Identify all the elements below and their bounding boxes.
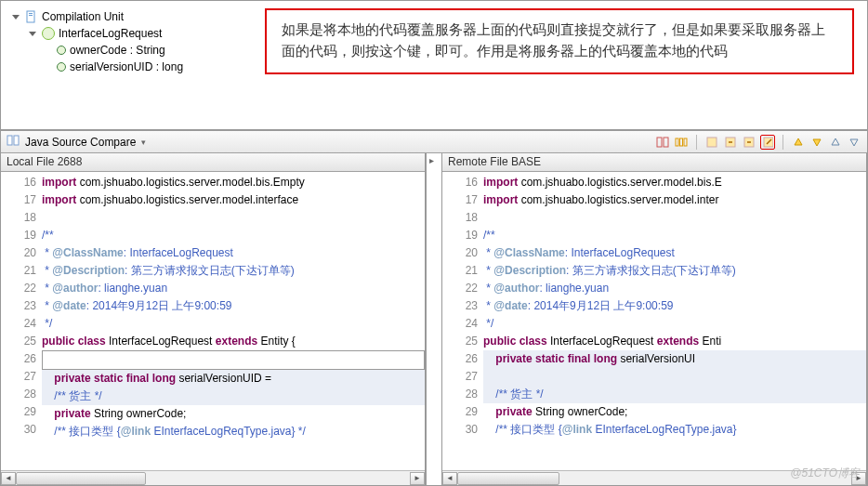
code-line[interactable]: /** 货主 */ (483, 386, 866, 403)
code-line[interactable] (483, 368, 866, 386)
svg-rect-7 (676, 138, 678, 146)
code-line[interactable]: public class InterfaceLogRequest extends… (42, 333, 425, 350)
separator (696, 135, 697, 150)
svg-rect-3 (7, 136, 12, 145)
left-panel: Local File 2688 161718192021222324252627… (1, 153, 426, 485)
field-icon (57, 46, 66, 55)
svg-rect-8 (680, 138, 683, 146)
code-line[interactable]: * @author: lianghe.yuan (483, 280, 866, 297)
scroll-left-icon[interactable]: ◄ (1, 472, 16, 485)
next-diff-icon[interactable] (791, 135, 806, 150)
copy-left-icon[interactable] (723, 135, 738, 150)
scroll-thumb[interactable] (16, 472, 146, 485)
code-line[interactable]: /** (42, 227, 425, 244)
class-icon (42, 27, 55, 40)
field-icon (57, 62, 66, 72)
svg-rect-1 (29, 13, 33, 14)
code-line[interactable]: * @Description: 第三方请求报文日志(下达订单等) (483, 262, 866, 280)
marker-column (442, 172, 455, 470)
copy-all-left-icon[interactable] (704, 135, 719, 150)
prev-change-icon[interactable] (847, 135, 861, 150)
svg-rect-0 (27, 11, 34, 22)
left-code[interactable]: import com.jshuabo.logistics.server.mode… (40, 172, 425, 470)
expand-icon (29, 32, 36, 36)
copy-right-icon[interactable] (742, 135, 756, 150)
svg-rect-5 (657, 138, 662, 147)
svg-rect-10 (707, 138, 717, 147)
left-gutter: 161718192021222324252627282930 (14, 172, 40, 470)
code-line[interactable]: private String ownerCode; (483, 403, 866, 421)
tree-node-label: ownerCode : String (70, 44, 165, 57)
compare-splitter[interactable]: ▸ (426, 153, 442, 485)
compare-body: Local File 2688 161718192021222324252627… (1, 153, 867, 485)
three-way-icon[interactable] (674, 135, 689, 150)
tree-node-label: InterfaceLogRequest (59, 27, 162, 40)
right-code[interactable]: import com.jshuabo.logistics.server.mode… (481, 172, 866, 470)
splitter-arrow-icon: ▸ (429, 155, 434, 165)
code-line[interactable]: * @author: lianghe.yuan (42, 280, 425, 297)
svg-rect-4 (14, 136, 19, 145)
java-compare-icon (7, 134, 20, 150)
svg-rect-6 (664, 138, 668, 147)
outline-pane: Compilation Unit InterfaceLogRequest own… (1, 1, 867, 131)
code-line[interactable]: private String ownerCode; (42, 405, 425, 423)
watermark: @51CTO博客 (790, 466, 860, 481)
code-line[interactable]: private static final long serialVersionU… (42, 370, 425, 387)
prev-diff-icon[interactable] (809, 135, 824, 150)
h-scrollbar[interactable]: ◄ ► (1, 470, 425, 485)
marker-column (1, 172, 14, 470)
code-line[interactable]: import com.jshuabo.logistics.server.mode… (483, 191, 866, 209)
code-line[interactable] (42, 209, 425, 227)
code-line[interactable] (483, 209, 866, 227)
swap-panes-icon[interactable] (655, 135, 670, 150)
code-line[interactable]: * @date: 2014年9月12日 上午9:00:59 (483, 297, 866, 315)
code-line[interactable]: /** 货主 */ (42, 387, 425, 405)
code-line[interactable] (42, 350, 425, 370)
code-line[interactable]: public class InterfaceLogRequest extends… (483, 333, 866, 350)
tree-node-label: Compilation Unit (42, 10, 124, 23)
code-line[interactable]: private static final long serialVersionU… (483, 350, 866, 368)
expand-icon (12, 15, 20, 20)
code-line[interactable]: import com.jshuabo.logistics.server.mode… (483, 174, 866, 191)
code-line[interactable]: /** (483, 227, 866, 244)
left-code-area[interactable]: 161718192021222324252627282930 import co… (1, 172, 425, 470)
scroll-left-icon[interactable]: ◄ (442, 472, 457, 485)
code-line[interactable]: * @date: 2014年9月12日 上午9:00:59 (42, 297, 425, 315)
code-line[interactable]: */ (42, 315, 425, 333)
right-header: Remote File BASE (442, 153, 866, 172)
dropdown-icon[interactable]: ▾ (141, 138, 146, 147)
right-code-area[interactable]: 161718192021222324252627282930 import co… (442, 172, 866, 470)
code-line[interactable]: * @Description: 第三方请求报文日志(下达订单等) (42, 262, 425, 280)
code-line[interactable]: * @ClassName: InterfaceLogRequest (42, 244, 425, 262)
separator (783, 135, 783, 150)
compare-title: Java Source Compare (25, 136, 136, 149)
code-line[interactable]: /** 接口类型 {@link EInterfaceLogReqType.jav… (483, 421, 866, 439)
annotation-callout: 如果是将本地的代码覆盖服务器上面的代码则直接提交就行了，但是如果要采取服务器上面… (265, 8, 854, 74)
copy-from-remote-icon[interactable] (760, 135, 775, 150)
scroll-thumb[interactable] (457, 472, 559, 485)
right-gutter: 161718192021222324252627282930 (455, 172, 481, 470)
svg-rect-2 (29, 15, 33, 16)
right-panel: Remote File BASE 16171819202122232425262… (442, 153, 867, 485)
code-line[interactable]: /** 接口类型 {@link EInterfaceLogReqType.jav… (42, 423, 425, 440)
code-line[interactable]: */ (483, 315, 866, 333)
next-change-icon[interactable] (828, 135, 843, 150)
svg-rect-9 (684, 138, 687, 146)
code-line[interactable]: import com.jshuabo.logistics.server.mode… (42, 191, 425, 209)
scroll-right-icon[interactable]: ► (410, 472, 425, 485)
code-line[interactable]: * @ClassName: InterfaceLogRequest (483, 244, 866, 262)
left-header: Local File 2688 (1, 153, 425, 172)
compare-toolbar: Java Source Compare ▾ (1, 131, 867, 153)
compilation-unit-icon (25, 10, 38, 23)
code-line[interactable]: import com.jshuabo.logistics.server.mode… (42, 174, 425, 191)
tree-node-label: serialVersionUID : long (70, 60, 183, 73)
